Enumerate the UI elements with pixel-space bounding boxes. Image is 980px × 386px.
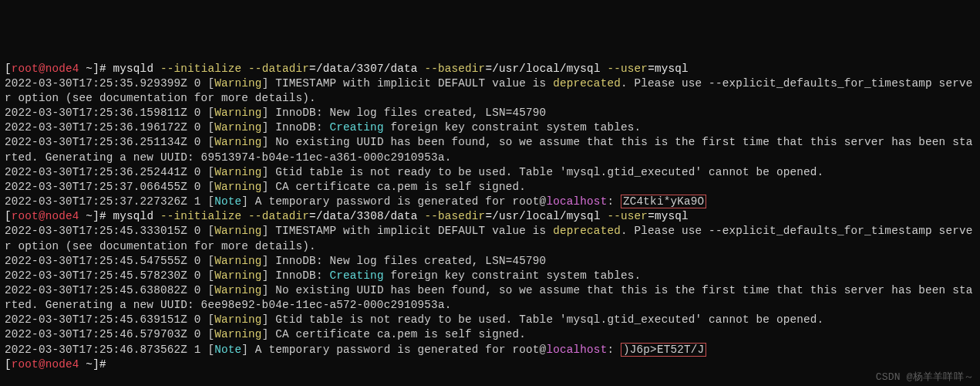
- log-level-warning: Warning: [214, 255, 261, 267]
- prompt-bracket: ]#: [93, 63, 106, 75]
- log-level-warning: Warning: [214, 269, 261, 282]
- log-text: ] InnoDB:: [262, 121, 330, 134]
- cmd-val: =/data/3308/data: [309, 210, 424, 222]
- log-text: ] CA certificate ca.pem is self signed.: [262, 181, 526, 193]
- watermark: CSDN @杨羊羊咩咩～: [876, 371, 974, 384]
- prompt-path: ~: [86, 63, 93, 75]
- log-level-warning: Warning: [214, 166, 261, 178]
- cmd-flag: --datadir: [241, 63, 309, 75]
- log-level-warning: Warning: [214, 121, 261, 134]
- terminal-output[interactable]: [root@node4 ~]# mysqld --initialize --da…: [5, 62, 975, 372]
- log-text: :: [607, 344, 621, 356]
- log-ts: 2022-03-30T17:25:45.547555Z 0 [: [5, 255, 214, 267]
- log-ts: 2022-03-30T17:25:46.579703Z 0 [: [5, 328, 214, 340]
- prompt-bracket: [: [5, 63, 12, 75]
- log-ts: 2022-03-30T17:25:45.638082Z 0 [: [5, 284, 214, 296]
- log-ts: 2022-03-30T17:25:36.251134Z 0 [: [5, 136, 214, 148]
- cmd-bin: mysqld: [106, 210, 160, 222]
- temp-password: ZC4tki*yKa9O: [621, 195, 706, 208]
- cmd-flag: --initialize: [160, 210, 241, 222]
- log-level-warning: Warning: [214, 181, 261, 193]
- log-keyword: deprecated: [553, 77, 621, 90]
- log-keyword: deprecated: [553, 225, 621, 237]
- log-level-warning: Warning: [214, 77, 261, 90]
- log-text: ] A temporary password is generated for …: [241, 195, 546, 208]
- log-level-warning: Warning: [214, 107, 261, 119]
- log-text: :: [607, 195, 621, 208]
- prompt-bracket: [: [5, 210, 12, 222]
- log-keyword: Creating: [329, 121, 383, 134]
- prompt-userhost: root@node4: [12, 63, 86, 75]
- log-ts: 2022-03-30T17:25:37.227326Z 1 [: [5, 195, 214, 208]
- log-text: ] Gtid table is not ready to be used. Ta…: [262, 313, 824, 326]
- cmd-val: =mysql: [648, 63, 689, 75]
- log-text: ] TIMESTAMP with implicit DEFAULT value …: [262, 225, 554, 237]
- log-ts: 2022-03-30T17:25:45.333015Z 0 [: [5, 225, 214, 237]
- cmd-val: =/data/3307/data: [309, 63, 424, 75]
- cmd-bin: mysqld: [106, 63, 160, 75]
- log-ts: 2022-03-30T17:25:36.159811Z 0 [: [5, 107, 214, 119]
- cmd-flag: --user: [607, 63, 648, 75]
- prompt-path: ~: [86, 210, 93, 222]
- log-level-warning: Warning: [214, 136, 261, 148]
- log-text: ] TIMESTAMP with implicit DEFAULT value …: [262, 77, 554, 90]
- log-text: ] InnoDB: New log files created, LSN=457…: [262, 255, 547, 267]
- log-text: ] CA certificate ca.pem is self signed.: [262, 328, 526, 340]
- cmd-flag: --basedir: [424, 210, 485, 222]
- log-level-warning: Warning: [214, 284, 261, 296]
- log-ts: 2022-03-30T17:25:36.252441Z 0 [: [5, 166, 214, 178]
- log-ts: 2022-03-30T17:25:45.639151Z 0 [: [5, 313, 214, 326]
- cmd-flag: --user: [607, 210, 648, 222]
- log-level-note: Note: [214, 344, 241, 356]
- cmd-val: =/usr/local/mysql: [485, 63, 607, 75]
- prompt-userhost: root@node4: [12, 210, 86, 222]
- log-level-warning: Warning: [214, 328, 261, 340]
- cmd-flag: --datadir: [241, 210, 309, 222]
- log-host: localhost: [546, 195, 607, 208]
- log-text: foreign key constraint system tables.: [384, 269, 642, 282]
- log-text: foreign key constraint system tables.: [384, 121, 642, 134]
- log-ts: 2022-03-30T17:25:45.578230Z 0 [: [5, 269, 214, 282]
- log-ts: 2022-03-30T17:25:36.196172Z 0 [: [5, 121, 214, 134]
- prompt-path: ~: [86, 358, 93, 371]
- prompt-userhost: root@node4: [12, 358, 86, 371]
- cmd-val: =mysql: [648, 210, 689, 222]
- log-text: ] InnoDB:: [262, 269, 330, 282]
- log-ts: 2022-03-30T17:25:46.873562Z 1 [: [5, 344, 214, 356]
- log-level-note: Note: [214, 195, 241, 208]
- prompt-bracket: ]#: [93, 210, 106, 222]
- cmd-val: =/usr/local/mysql: [485, 210, 607, 222]
- log-text: ] Gtid table is not ready to be used. Ta…: [262, 166, 824, 178]
- log-ts: 2022-03-30T17:25:37.066455Z 0 [: [5, 181, 214, 193]
- temp-password: )J6p>ET52T/J: [621, 343, 706, 357]
- cmd-flag: --basedir: [424, 63, 485, 75]
- log-text: ] InnoDB: New log files created, LSN=457…: [262, 107, 547, 119]
- prompt-bracket: [: [5, 358, 12, 371]
- log-text: ] A temporary password is generated for …: [241, 344, 546, 356]
- log-level-warning: Warning: [214, 313, 261, 326]
- log-ts: 2022-03-30T17:25:35.929399Z 0 [: [5, 77, 214, 90]
- log-host: localhost: [546, 344, 607, 356]
- prompt-bracket: ]#: [93, 358, 106, 371]
- log-keyword: Creating: [329, 269, 383, 282]
- cmd-flag: --initialize: [160, 63, 241, 75]
- log-level-warning: Warning: [214, 225, 261, 237]
